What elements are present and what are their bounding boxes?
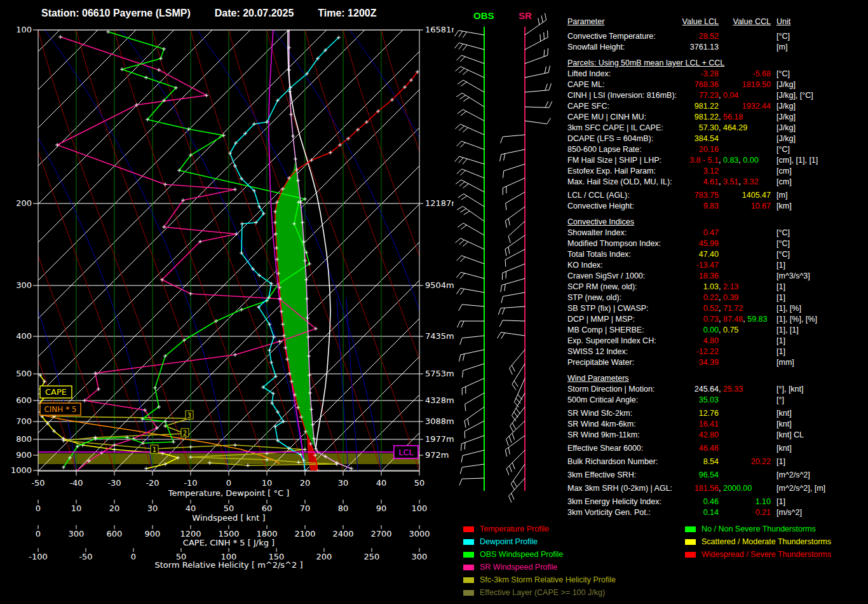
- value-ccl-cell: [719, 357, 771, 368]
- table-row: SR Wind 9km-11km:42.80[knt] CL: [567, 430, 866, 441]
- parameter-value: 0.22: [703, 293, 719, 302]
- parameter-value: 18.36: [699, 271, 719, 280]
- wind-barb: [501, 278, 525, 292]
- legend-swatch: [463, 526, 474, 532]
- parameter-label: Effective Shear 6000:: [567, 443, 678, 454]
- parameter-value: 0.73: [703, 315, 719, 324]
- parameter-label: CAPE ML:: [567, 79, 678, 90]
- wind-barb: [456, 238, 485, 249]
- parameter-label: 3km Vorticity Gen. Pot.:: [567, 507, 678, 518]
- value-ccl-cell: 1405.47: [719, 190, 771, 201]
- legend-severity: No / Non Severe ThunderstormsScattered /…: [685, 523, 831, 561]
- wind-barb: [465, 407, 484, 428]
- x-tick-label: -100: [29, 552, 48, 561]
- wind-barb: [457, 141, 484, 149]
- pressure-tick-label: 100: [16, 25, 32, 34]
- height-tick-label: 1977m: [425, 434, 454, 444]
- x-tick-label: 1200: [180, 529, 201, 539]
- wind-barb: [461, 436, 485, 451]
- parameter-value: 384.54: [695, 134, 719, 143]
- value-lcl-cell: 0.00: [678, 325, 719, 336]
- parameter-label: Storm Direction | Motion:: [567, 384, 678, 395]
- value-lcl-cell: -13.47: [678, 260, 719, 271]
- x-tick-label: -40: [69, 478, 83, 488]
- x-tick-label: 300: [412, 552, 428, 561]
- x-tick-label: 200: [316, 552, 332, 561]
- wind-barb: [509, 478, 525, 502]
- unit-cell: [m^3/s^3]: [771, 271, 866, 282]
- parameter-value: 0.46: [703, 497, 719, 506]
- value-ccl-cell: [719, 134, 771, 144]
- value-ccl-cell: , 87.48, 59.83: [719, 314, 771, 325]
- x-tick-label: -20: [146, 478, 159, 488]
- table-row: Max. Hail Size (OLD, MU, IL):4.61, 3.51,…: [567, 177, 866, 188]
- legend-label: Scattered / Moderate Thunderstorms: [702, 537, 831, 546]
- height-tick-label: 12187m: [425, 198, 454, 208]
- x-tick-label: 100: [412, 504, 428, 513]
- legend-label: Dewpoint Profile: [480, 537, 538, 546]
- x-tick-label: 30: [147, 504, 158, 513]
- x-axis-srh: -100-50050100150200250300Storm Relative …: [29, 548, 427, 570]
- x-tick-label: 0: [131, 552, 136, 561]
- value-ccl-cell: , 0.83, 0.00: [719, 155, 771, 166]
- parameter-value: 20.16: [699, 145, 719, 154]
- x-tick-label: 2100: [294, 529, 315, 539]
- parameter-value: 46.46: [699, 444, 719, 453]
- parameter-value: 0.75: [723, 326, 738, 334]
- pressure-tick-label: 300: [16, 280, 32, 290]
- legend-item-profile: OBS Windspeed Profile: [463, 548, 616, 561]
- value-lcl-cell: 47.40: [678, 249, 719, 260]
- parameter-label: Max. Hail Size (OLD, MU, IL):: [567, 177, 678, 188]
- parameter-value: 28.52: [699, 32, 719, 41]
- value-ccl-cell: 0.21: [719, 507, 771, 518]
- parameter-value: 2.13: [723, 282, 738, 291]
- x-tick-label: 20: [109, 504, 120, 513]
- value-lcl-cell: 20.16: [678, 144, 719, 155]
- parameter-value: 3.32: [743, 177, 758, 186]
- pressure-tick-label: 600: [16, 395, 32, 405]
- section-heading: Wind Parameters: [567, 373, 866, 384]
- column-header-label: Unit: [776, 17, 790, 26]
- parameter-label: DCAPE (LFS = 604mB):: [567, 134, 678, 144]
- parameter-value: 3761.13: [690, 43, 719, 51]
- value-lcl-cell: 0.22: [678, 292, 719, 303]
- x-axis-title: Temperature, Dewpoint [ °C ]: [168, 488, 290, 498]
- column-header: Value LCL: [678, 17, 719, 27]
- parameter-value: 783.75: [695, 191, 719, 200]
- parameter-label: SCP RM (new, old):: [567, 282, 678, 292]
- table-row: Convective Temperature:28.52[°C]: [567, 31, 866, 42]
- parameter-label: MB Comp | SHERBE:: [567, 325, 678, 336]
- value-ccl-cell: 1932.44: [719, 101, 771, 112]
- value-ccl-cell: , 71.72: [719, 303, 771, 314]
- legend-profiles: Temperature ProfileDewpoint ProfileOBS W…: [463, 523, 616, 599]
- table-header-row: ParameterValue LCLValue CCLUnit: [567, 17, 866, 27]
- parameter-value: 47.40: [699, 250, 719, 259]
- legend-item-severity: Widespread / Severe Thunderstorms: [685, 548, 831, 561]
- height-tick-label: 3088m: [425, 416, 454, 426]
- parameter-value: 12.76: [699, 409, 719, 418]
- table-row: Modified Thompson Index:45.99[°C]: [567, 238, 866, 249]
- legend-label: Temperature Profile: [480, 525, 549, 533]
- x-tick-label: 0: [36, 504, 41, 513]
- value-lcl-cell: 57.30: [678, 123, 719, 134]
- wind-barb: [499, 320, 525, 327]
- wind-barb: [460, 336, 484, 345]
- legend-swatch: [463, 590, 474, 596]
- legend-swatch: [463, 539, 474, 545]
- table-row: 3km Energy Helicity Index:0.461.10[1]: [567, 497, 866, 507]
- parameter-label: Showalter Index:: [567, 228, 678, 238]
- wind-barb: [460, 464, 484, 474]
- wind-barb: [465, 393, 484, 411]
- value-ccl-cell: [719, 260, 771, 271]
- unit-cell: [J/kg]: [771, 112, 866, 123]
- parameter-value: 20.22: [751, 457, 771, 466]
- unit-cell: [1]: [771, 336, 866, 347]
- value-lcl-cell: 981.22: [678, 112, 719, 123]
- unit-cell: [°], [knt]: [771, 384, 866, 395]
- x-axis-temperature: -50-40-30-20-1001020304050Temperature, D…: [31, 471, 424, 498]
- wind-barb: [508, 221, 525, 243]
- wind-barb: [506, 192, 525, 210]
- parameter-table: ParameterValue LCLValue CCLUnitConvectiv…: [567, 17, 866, 518]
- value-lcl-cell: 0.73: [678, 314, 719, 325]
- parameter-value: 42.80: [699, 430, 719, 439]
